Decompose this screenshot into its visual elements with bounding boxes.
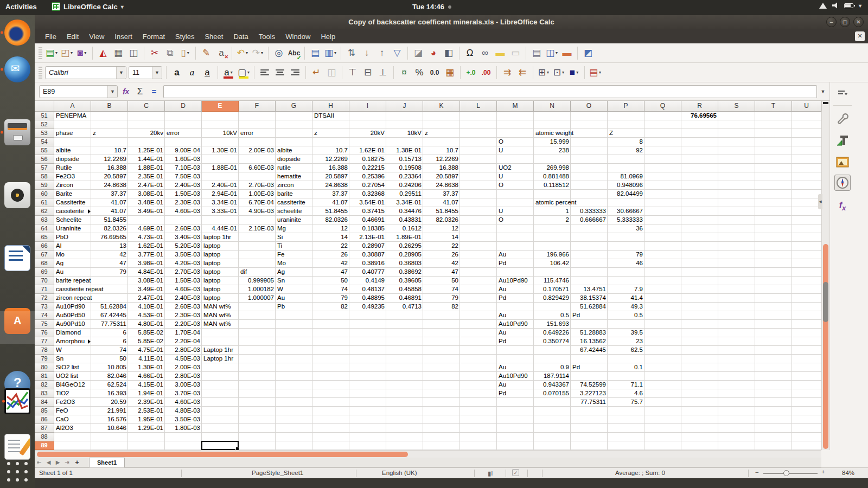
- center-vertically-button[interactable]: ⊟: [361, 66, 375, 80]
- cell-E75[interactable]: MAN wt%: [202, 320, 231, 329]
- row-header-80[interactable]: 80: [35, 363, 54, 372]
- cell-I69[interactable]: 0.40777: [349, 268, 386, 277]
- cell-M67[interactable]: Au: [497, 251, 506, 259]
- column-header-M[interactable]: M: [497, 101, 534, 112]
- menu-insert[interactable]: Insert: [110, 31, 137, 42]
- cell-B85[interactable]: 21.991: [91, 407, 128, 415]
- cell-O77[interactable]: 16.13562: [571, 337, 608, 346]
- cell-P58[interactable]: 81.0969: [608, 172, 644, 181]
- cell-F61[interactable]: 6.70E-04: [239, 198, 276, 207]
- row-header-52[interactable]: 52: [35, 120, 54, 129]
- cell-N54[interactable]: 15.999: [534, 138, 571, 146]
- underline-button[interactable]: a: [200, 66, 214, 80]
- cell-C59[interactable]: 2.47E-01: [128, 181, 165, 190]
- cell-M83[interactable]: Pd: [497, 389, 506, 398]
- cell-C73[interactable]: 4.10E-01: [128, 303, 165, 311]
- menu-sheet[interactable]: Sheet: [200, 31, 228, 42]
- functions-icon[interactable]: fx: [834, 198, 851, 215]
- cell-G66[interactable]: Ti: [276, 242, 282, 251]
- row-header-56[interactable]: 56: [35, 155, 54, 164]
- cell-M76[interactable]: Au: [497, 329, 506, 337]
- cell-D56[interactable]: 1.60E-03: [165, 155, 202, 164]
- cell-M57[interactable]: UO2: [497, 164, 512, 172]
- cell-K60[interactable]: 37.37: [423, 190, 460, 198]
- insert-chart-button[interactable]: ◕: [426, 46, 441, 60]
- cell-D86[interactable]: 3.50E-03: [165, 415, 202, 424]
- chevron-down-icon[interactable]: ▾: [576, 70, 578, 75]
- name-box[interactable]: E89 ▼: [39, 85, 118, 98]
- cell-B80[interactable]: 10.805: [91, 363, 128, 372]
- cell-F71[interactable]: 1.000182: [239, 285, 276, 294]
- sheet-position[interactable]: Sheet 1 of 1: [39, 470, 73, 476]
- pivot-table-button[interactable]: ◧: [442, 46, 456, 60]
- column-header-I[interactable]: I: [349, 101, 386, 112]
- cell-A60[interactable]: Barite: [54, 190, 72, 198]
- first-sheet-icon[interactable]: ⇤: [35, 459, 44, 465]
- cell-H65[interactable]: 14: [312, 233, 349, 242]
- cell-C72[interactable]: 2.47E-01: [128, 294, 165, 303]
- cell-P72[interactable]: 41.4: [608, 294, 644, 303]
- cell-O84[interactable]: 77.75311: [571, 398, 608, 407]
- delete-decimal-button[interactable]: .00: [479, 66, 493, 80]
- cell-B86[interactable]: 16.576: [91, 415, 128, 424]
- export-pdf-button[interactable]: ◭: [96, 46, 110, 60]
- row-header-59[interactable]: 59: [35, 181, 54, 190]
- column-header-A[interactable]: A: [54, 101, 91, 112]
- row-header-73[interactable]: 73: [35, 303, 54, 311]
- align-right-button[interactable]: [288, 66, 302, 80]
- app-menu-button[interactable]: LibreOffice Calc ▾: [52, 2, 124, 11]
- cell-H71[interactable]: 74: [312, 285, 349, 294]
- cell-H58[interactable]: 20.5897: [312, 172, 349, 181]
- cell-F53[interactable]: error: [239, 129, 253, 138]
- paste-button[interactable]: ▯▾: [178, 46, 192, 60]
- cell-K68[interactable]: 42: [423, 259, 460, 268]
- cell-I62[interactable]: 0.37415: [349, 207, 386, 216]
- cell-P84[interactable]: 75.7: [608, 398, 644, 407]
- cell-I72[interactable]: 0.48895: [349, 294, 386, 303]
- cell-C78[interactable]: 4.75E-01: [128, 346, 165, 355]
- cell-D78[interactable]: 2.80E-03: [165, 346, 202, 355]
- row-header-87[interactable]: 87: [35, 424, 54, 433]
- cell-M70[interactable]: Au10Pd90: [497, 277, 528, 285]
- next-sheet-icon[interactable]: ▶: [53, 459, 62, 465]
- cell-K73[interactable]: 82: [423, 303, 460, 311]
- chevron-down-icon[interactable]: ▾: [231, 70, 233, 75]
- dock-firefox-icon[interactable]: [4, 20, 30, 46]
- row-header-86[interactable]: 86: [35, 415, 54, 424]
- cell-B59[interactable]: 24.8638: [91, 181, 128, 190]
- column-header-U[interactable]: U: [792, 101, 821, 112]
- cell-I67[interactable]: 0.30887: [349, 251, 386, 259]
- last-sheet-icon[interactable]: ⇥: [62, 459, 72, 465]
- chevron-down-icon[interactable]: ▾: [599, 70, 601, 75]
- cell-F64[interactable]: 2.10E-03: [239, 224, 276, 233]
- cell-C65[interactable]: 4.73E-01: [128, 233, 165, 242]
- cell-E61[interactable]: 3.34E-01: [202, 198, 239, 207]
- cell-C82[interactable]: 4.15E-01: [128, 381, 165, 389]
- cell-H59[interactable]: 24.8638: [312, 181, 349, 190]
- cell-P80[interactable]: 0.1: [608, 363, 644, 372]
- insert-image-button[interactable]: ◪: [411, 46, 425, 60]
- scroll-thumb[interactable]: [37, 452, 408, 457]
- properties-wrench-icon[interactable]: [834, 111, 851, 127]
- cell-D87[interactable]: 1.80E-03: [165, 424, 202, 433]
- undo-button[interactable]: ↶▾: [235, 46, 250, 60]
- align-center-button[interactable]: [273, 66, 287, 80]
- row-header-71[interactable]: 71: [35, 285, 54, 294]
- column-header-S[interactable]: S: [718, 101, 755, 112]
- chevron-down-icon[interactable]: ▾: [261, 50, 263, 55]
- cell-J65[interactable]: 1.89E-01: [386, 233, 423, 242]
- cell-B75[interactable]: 77.75311: [91, 320, 128, 329]
- cell-M68[interactable]: Pd: [497, 259, 506, 268]
- cell-I59[interactable]: 0.27054: [349, 181, 386, 190]
- cell-P67[interactable]: 79: [608, 251, 644, 259]
- cell-A78[interactable]: W: [54, 346, 62, 355]
- align-left-button[interactable]: [258, 66, 272, 80]
- cell-H67[interactable]: 26: [312, 251, 349, 259]
- cell-N68[interactable]: 106.42: [534, 259, 571, 268]
- sheet-tab-sheet1[interactable]: Sheet1: [89, 458, 125, 467]
- border-style-button[interactable]: ⊡▾: [552, 66, 566, 80]
- menu-tools[interactable]: Tools: [254, 31, 280, 42]
- cell-J55[interactable]: 1.38E-01: [386, 146, 423, 155]
- page-style[interactable]: PageStyle_Sheet1: [252, 470, 303, 476]
- cell-C70[interactable]: 3.08E-01: [128, 277, 165, 285]
